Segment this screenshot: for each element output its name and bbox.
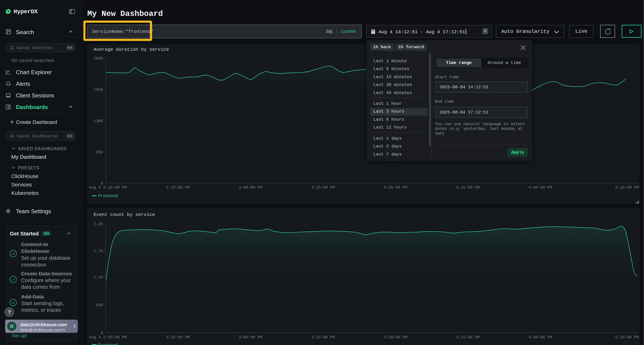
svg-text:frontend: frontend <box>98 343 118 345</box>
svg-text:frontend: frontend <box>98 194 118 198</box>
svg-text:Aug 4 2:10:00 PM: Aug 4 2:10:00 PM <box>89 335 127 340</box>
svg-text:4:15:00 PM: 4:15:00 PM <box>456 335 480 340</box>
svg-text:2.2K: 2.2K <box>94 222 103 227</box>
svg-text:1.1K: 1.1K <box>94 275 103 280</box>
svg-text:Aug 4 2:10:00 PM: Aug 4 2:10:00 PM <box>89 185 127 190</box>
svg-text:195K: 195K <box>94 88 103 92</box>
svg-text:4:40:00 PM: 4:40:00 PM <box>528 335 552 340</box>
svg-text:130K: 130K <box>94 119 103 123</box>
svg-text:3:00:00 PM: 3:00:00 PM <box>239 185 262 190</box>
svg-text:550: 550 <box>96 303 103 308</box>
svg-text:4:40:00 PM: 4:40:00 PM <box>528 185 552 190</box>
svg-text:3:00:00 PM: 3:00:00 PM <box>239 335 262 340</box>
svg-text:5:10:00 PM: 5:10:00 PM <box>615 335 639 340</box>
svg-text:0: 0 <box>101 331 103 335</box>
svg-text:5:10:00 PM: 5:10:00 PM <box>615 185 639 190</box>
svg-text:3:50:00 PM: 3:50:00 PM <box>384 335 407 340</box>
svg-text:3:25:00 PM: 3:25:00 PM <box>311 335 335 340</box>
svg-text:3:50:00 PM: 3:50:00 PM <box>384 185 407 190</box>
svg-text:3:25:00 PM: 3:25:00 PM <box>311 185 335 190</box>
svg-text:1.7K: 1.7K <box>94 249 103 253</box>
svg-text:2:35:00 PM: 2:35:00 PM <box>166 185 190 190</box>
svg-text:4:15:00 PM: 4:15:00 PM <box>456 185 480 190</box>
svg-text:260K: 260K <box>94 56 103 61</box>
svg-text:2:35:00 PM: 2:35:00 PM <box>166 335 190 340</box>
svg-text:65K: 65K <box>96 150 103 155</box>
